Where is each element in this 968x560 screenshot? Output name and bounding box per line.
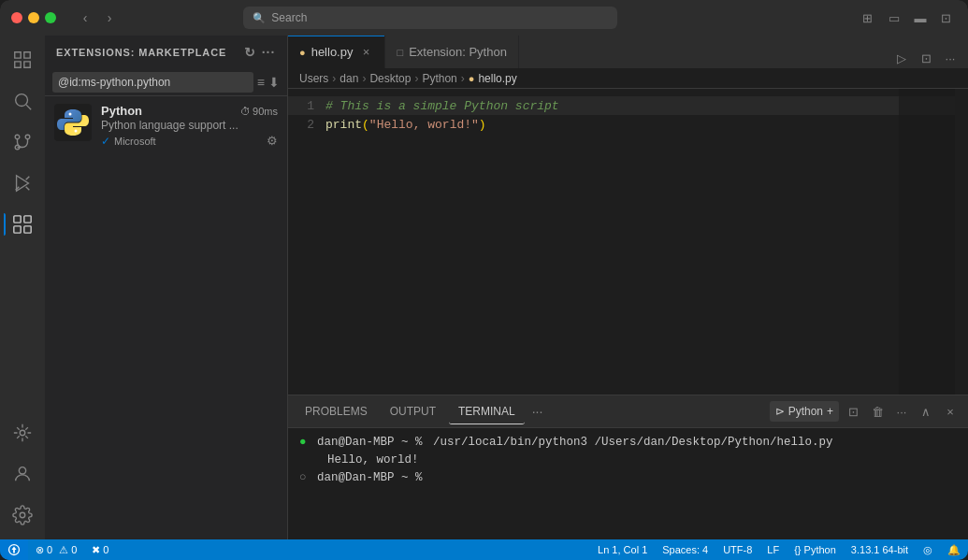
tab-hello-py[interactable]: ● hello.py × [288,36,385,68]
terminal-more-button[interactable]: ··· [891,401,912,422]
terminal-tabs: PROBLEMS OUTPUT TERMINAL ··· ⊳ Python + … [288,395,968,428]
code-paren-close: ) [479,118,486,132]
breadcrumb-python[interactable]: Python [422,72,456,85]
eol-label: LF [767,544,779,555]
filter-sort-icon[interactable]: ≡ [257,75,265,90]
status-bar: ⊗ 0 ⚠ 0 ✖ 0 Ln 1, Col 1 Spaces: 4 UTF-8 … [0,539,968,560]
status-remote-icon[interactable] [0,539,28,560]
status-bell-icon[interactable]: 🔔 [940,544,968,556]
info-count: 0 [103,544,108,555]
tab-hello-py-label: hello.py [311,45,354,59]
code-line-2: 2 print("Hello, world!") [288,115,968,134]
sidebar-item-accounts[interactable] [4,455,41,493]
more-extensions-button[interactable]: ··· [261,45,276,60]
sidebar-item-remote[interactable] [4,414,41,452]
refresh-extensions-button[interactable]: ↻ [242,45,257,60]
terminal-prompt-dot-1: ● [299,434,307,452]
svg-point-2 [15,135,20,139]
sidebar-item-settings[interactable] [4,496,41,534]
terminal-shell-selector[interactable]: ⊳ Python + [770,401,839,422]
python-logo-svg [55,105,91,140]
status-left: ⊗ 0 ⚠ 0 ✖ 0 [28,539,116,560]
tab-terminal[interactable]: TERMINAL [449,398,525,424]
terminal-trash-button[interactable]: 🗑 [867,401,888,422]
breadcrumb-hello-py[interactable]: hello.py [478,72,516,85]
status-python-version[interactable]: 3.13.1 64-bit [844,544,916,555]
tab-bar-actions: ▷ ⊡ ··· [884,48,968,68]
terminal-prompt-dot-2: ○ [299,469,307,487]
sidebar-item-explorer[interactable] [4,41,41,79]
forward-button[interactable]: › [99,7,120,28]
filter-icon[interactable]: ⬇ [268,75,280,90]
extension-item-python[interactable]: Python ⏱ 90ms Python language support ..… [45,96,287,155]
terminal-close-button[interactable]: × [940,401,961,422]
sidebar-item-extensions[interactable] [4,206,41,243]
extension-timer: ⏱ 90ms [240,106,278,117]
warning-count: 0 [71,544,77,555]
more-editor-actions-button[interactable]: ··· [940,48,961,68]
extension-publisher: Microsoft [114,136,156,147]
breadcrumb-dan[interactable]: dan [340,72,358,85]
extension-name-row: Python ⏱ 90ms [101,104,278,118]
info-icon: ✖ [92,544,100,556]
titlebar-right: ⊞ ▭ ▬ ⊡ [858,7,957,28]
terminal-tab-more[interactable]: ··· [528,404,547,419]
search-filter-bar: ≡ ⬇ [45,68,287,96]
terminal-add-icon: + [827,405,833,418]
status-cursor-position[interactable]: Ln 1, Col 1 [590,544,655,555]
code-editor[interactable]: 1 # This is a simple Python script 2 pri… [288,89,968,395]
run-file-button[interactable]: ▷ [891,48,912,68]
terminal-shell-label: Python [788,405,823,418]
sidebar-item-source-control[interactable] [4,123,41,161]
editor-scrollbar[interactable] [955,89,968,395]
python-file-icon: ● [299,47,306,58]
minimize-button[interactable] [28,12,39,23]
terminal-split-button[interactable]: ⊡ [843,401,863,422]
breadcrumb-users[interactable]: Users [299,72,328,85]
sidebar-item-search[interactable] [4,82,41,120]
tab-output[interactable]: OUTPUT [381,398,445,424]
layout-grid-icon[interactable]: ⊞ [858,7,878,28]
titlebar: ‹ › 🔍 Search ⊞ ▭ ▬ ⊡ [0,0,968,36]
status-spaces[interactable]: Spaces: 4 [655,544,715,555]
timer-icon: ⏱ [240,106,251,117]
status-eol[interactable]: LF [759,544,787,555]
status-sync-icon[interactable]: ◎ [916,544,940,556]
terminal-collapse-button[interactable]: ∧ [916,401,936,422]
layout-sidebar-icon[interactable]: ▬ [910,7,931,28]
extension-gear-button[interactable]: ⚙ [267,134,278,148]
code-line-1: 1 # This is a simple Python script [288,96,968,115]
terminal-prompt-2: dan@Dan-MBP ~ % [311,469,423,487]
status-encoding[interactable]: UTF-8 [715,544,759,555]
line-number-2: 2 [288,118,325,132]
code-content-1: # This is a simple Python script [325,99,968,113]
remote-icon [7,543,21,556]
search-icon: 🔍 [253,12,266,24]
breadcrumb-desktop[interactable]: Desktop [369,72,411,85]
python-version-label: 3.13.1 64-bit [851,544,908,555]
status-no-problems[interactable]: ✖ 0 [84,539,116,560]
tab-extension-python[interactable]: □ Extension: Python [385,36,518,68]
tab-hello-py-close[interactable]: × [358,45,373,60]
layout-custom-icon[interactable]: ⊡ [936,7,957,28]
sidebar-item-run-debug[interactable] [4,165,41,202]
tab-extension-label: Extension: Python [409,45,507,59]
maximize-button[interactable] [45,12,56,23]
tab-problems[interactable]: PROBLEMS [296,398,377,424]
layout-panel-icon[interactable]: ▭ [884,7,904,28]
back-button[interactable]: ‹ [75,7,95,28]
code-paren-open: ( [362,118,369,132]
problems-tab-label: PROBLEMS [305,405,368,418]
activity-bar [0,36,45,539]
search-bar[interactable]: 🔍 Search [243,7,617,29]
status-errors[interactable]: ⊗ 0 ⚠ 0 [28,539,84,560]
extensions-search-input[interactable] [52,72,253,93]
split-editor-button[interactable]: ⊡ [916,48,936,68]
close-button[interactable] [11,12,22,23]
encoding-label: UTF-8 [723,544,752,555]
editor-minimap [899,89,955,395]
svg-point-0 [16,94,28,107]
code-content-2: print("Hello, world!") [325,118,968,132]
status-language[interactable]: {} Python [787,544,844,555]
bell-icon: 🔔 [947,544,961,556]
